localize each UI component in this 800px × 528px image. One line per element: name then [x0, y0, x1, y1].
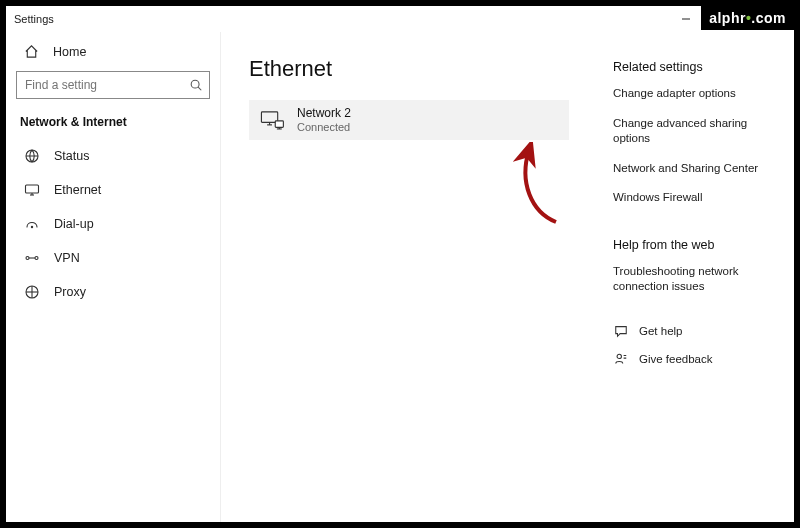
- related-settings-heading: Related settings: [613, 60, 782, 74]
- sidebar-item-status[interactable]: Status: [6, 139, 220, 173]
- settings-window: Settings Home: [6, 6, 794, 522]
- search-input[interactable]: [25, 78, 189, 92]
- connection-name: Network 2: [297, 107, 351, 121]
- annotation-arrow-icon: [511, 142, 571, 232]
- svg-point-4: [191, 80, 199, 88]
- svg-line-5: [198, 87, 201, 90]
- feedback-label: Give feedback: [639, 353, 713, 365]
- proxy-icon: [24, 284, 40, 300]
- link-change-advanced-sharing[interactable]: Change advanced sharing options: [613, 116, 782, 147]
- status-icon: [24, 148, 40, 164]
- right-column: Related settings Change adapter options …: [609, 32, 794, 522]
- network-pc-icon: [259, 107, 285, 133]
- svg-rect-20: [275, 121, 283, 128]
- window-title: Settings: [14, 13, 54, 25]
- dialup-icon: [24, 216, 40, 232]
- svg-rect-7: [26, 185, 39, 193]
- help-heading: Help from the web: [613, 238, 782, 252]
- link-troubleshoot-network[interactable]: Troubleshooting network connection issue…: [613, 264, 782, 295]
- link-windows-firewall[interactable]: Windows Firewall: [613, 190, 782, 206]
- search-box[interactable]: [16, 71, 210, 99]
- sidebar-item-proxy[interactable]: Proxy: [6, 275, 220, 309]
- sidebar: Home Network & Internet Status: [6, 32, 221, 522]
- main-panel: Ethernet Network 2 Connected: [221, 32, 609, 522]
- search-icon: [189, 78, 203, 92]
- link-change-adapter-options[interactable]: Change adapter options: [613, 86, 782, 102]
- sidebar-nav: Status Ethernet Dial-up: [6, 139, 220, 309]
- sidebar-item-label: Status: [54, 149, 89, 163]
- svg-point-11: [26, 257, 29, 260]
- watermark-suffix: .com: [751, 10, 786, 26]
- sidebar-item-vpn[interactable]: VPN: [6, 241, 220, 275]
- page-heading: Ethernet: [249, 56, 585, 82]
- sidebar-item-label: VPN: [54, 251, 80, 265]
- get-help-link[interactable]: Get help: [613, 323, 782, 339]
- svg-point-12: [35, 257, 38, 260]
- titlebar: Settings: [6, 6, 794, 32]
- sidebar-item-ethernet[interactable]: Ethernet: [6, 173, 220, 207]
- sidebar-item-label: Ethernet: [54, 183, 101, 197]
- get-help-label: Get help: [639, 325, 682, 337]
- link-network-sharing-center[interactable]: Network and Sharing Center: [613, 161, 782, 177]
- svg-point-23: [617, 354, 621, 358]
- vpn-icon: [24, 250, 40, 266]
- sidebar-item-label: Dial-up: [54, 217, 94, 231]
- get-help-icon: [613, 323, 629, 339]
- feedback-icon: [613, 351, 629, 367]
- watermark: alphr•.com: [701, 6, 794, 30]
- give-feedback-link[interactable]: Give feedback: [613, 351, 782, 367]
- home-label: Home: [53, 45, 86, 59]
- sidebar-item-dialup[interactable]: Dial-up: [6, 207, 220, 241]
- home-link[interactable]: Home: [6, 38, 220, 69]
- ethernet-icon: [24, 182, 40, 198]
- home-icon: [24, 44, 39, 59]
- watermark-text: alphr: [709, 10, 746, 26]
- sidebar-item-label: Proxy: [54, 285, 86, 299]
- sidebar-section-title: Network & Internet: [6, 109, 220, 139]
- connection-status: Connected: [297, 121, 351, 134]
- network-connection-card[interactable]: Network 2 Connected: [249, 100, 569, 140]
- minimize-button[interactable]: [666, 6, 706, 32]
- svg-point-10: [31, 226, 33, 228]
- content-area: Home Network & Internet Status: [6, 32, 794, 522]
